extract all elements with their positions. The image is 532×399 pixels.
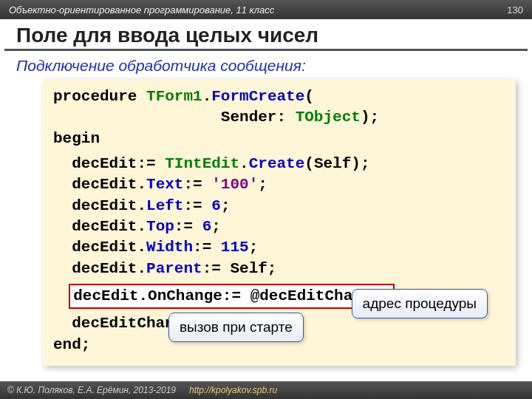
code-line: decEdit.Top:= 6; (53, 216, 505, 237)
code-line: decEdit.Parent:= Self; (53, 259, 505, 279)
course-name: Объектно-ориентированное программировани… (9, 4, 274, 16)
callout-address: адрес процедуры (352, 289, 488, 318)
code-line: decEdit.Width:= 115; (53, 237, 505, 258)
code-line: Sender: TObject); (53, 107, 505, 128)
code-block: procedure TForm1.FormCreate( Sender: TOb… (43, 79, 516, 366)
code-line: decEdit.Text:= '100'; (53, 174, 505, 195)
footer-link: http://kpolyakov.spb.ru (189, 385, 277, 395)
page-title: Поле для ввода целых чисел (4, 19, 528, 51)
code-line: decEdit:= TIntEdit.Create(Self); (53, 154, 505, 174)
code-line: procedure TForm1.FormCreate( (53, 86, 505, 107)
header-bar: Объектно-ориентированное программировани… (0, 0, 532, 19)
callout-startup: вызов при старте (168, 313, 304, 342)
copyright: © К.Ю. Поляков, Е.А. Ерёмин, 2013-2019 (7, 385, 176, 395)
code-line: begin (53, 129, 505, 149)
footer-bar: © К.Ю. Поляков, Е.А. Ерёмин, 2013-2019 h… (0, 381, 532, 399)
highlight-box: decEdit.OnChange:= @decEditChange; (69, 284, 394, 309)
code-line: decEdit.Left:= 6; (53, 196, 505, 216)
page-number: 130 (507, 4, 523, 16)
section-subtitle: Подключение обработчика сообщения: (0, 55, 532, 79)
